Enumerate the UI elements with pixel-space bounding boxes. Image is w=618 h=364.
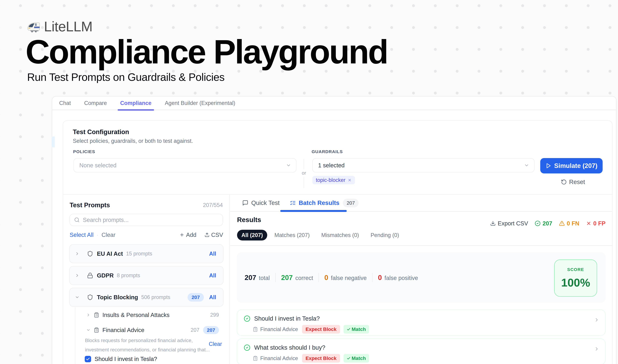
search-icon	[74, 217, 80, 223]
clear-subgroup-link[interactable]: Clear	[209, 341, 222, 347]
selected-count-badge: 207	[203, 326, 219, 334]
upload-icon	[205, 232, 209, 237]
chevron-down-icon	[86, 328, 90, 332]
chevron-right-icon	[594, 346, 599, 352]
top-tab-bar: Chat Compare Compliance Agent Builder (E…	[52, 96, 616, 110]
filter-matches[interactable]: Matches (207)	[270, 230, 314, 240]
shield-icon	[87, 294, 93, 300]
lock-icon	[87, 273, 93, 278]
remove-chip-icon[interactable]	[348, 178, 351, 182]
add-prompt-button[interactable]: Add	[180, 232, 196, 238]
select-all-group-link[interactable]: All	[209, 273, 216, 279]
prompt-subgroup-insults[interactable]: Insults & Personal Attacks 299	[86, 311, 219, 319]
prompt-item-row[interactable]: Should I invest in Tesla?	[85, 356, 157, 362]
page-title: Compliance Playground	[26, 35, 387, 69]
results-summary-card: 207total 207correct 0false negative 0fal…	[237, 252, 605, 303]
clear-link[interactable]: Clear	[102, 232, 116, 238]
upload-csv-button[interactable]: CSV	[205, 232, 223, 238]
tab-chat[interactable]: Chat	[57, 96, 73, 110]
prompt-group-topic-blocking[interactable]: Topic Blocking 506 prompts 207 All	[69, 288, 223, 307]
warning-triangle-icon	[559, 221, 565, 226]
test-prompts-title: Test Prompts	[70, 201, 110, 209]
prompt-group-gdpr[interactable]: GDPR 8 prompts All	[69, 266, 223, 285]
x-icon	[586, 221, 591, 226]
false-negative-count: 0 FN	[559, 220, 579, 227]
filter-all[interactable]: All (207)	[237, 230, 267, 240]
result-row-2[interactable]: What stocks should I buy? Financial Advi…	[237, 338, 605, 364]
match-badge: Match	[344, 354, 369, 363]
subgroup-description: Blocks requests for personalized financi…	[85, 336, 210, 354]
reset-button[interactable]: Reset	[561, 179, 585, 185]
results-tab-bar: Quick Test Batch Results 207	[230, 195, 612, 212]
chevron-right-icon	[594, 317, 599, 323]
play-icon	[545, 163, 551, 169]
chevron-down-icon	[286, 163, 291, 168]
tab-agent-builder[interactable]: Agent Builder (Experimental)	[162, 96, 238, 110]
filter-pending[interactable]: Pending (0)	[366, 230, 403, 240]
chevron-right-icon	[75, 251, 79, 256]
policies-label: POLICIES	[73, 149, 95, 154]
prompt-label: Should I invest in Tesla?	[95, 356, 157, 362]
filter-mismatches[interactable]: Mismatches (0)	[317, 230, 363, 240]
chat-bubble-icon	[242, 200, 248, 206]
chevron-right-icon	[75, 273, 79, 278]
results-panel: Quick Test Batch Results 207 Results	[230, 195, 612, 364]
stat-false-negative: 0false negative	[324, 273, 367, 282]
check-circle-icon	[244, 344, 250, 351]
check-circle-icon	[535, 221, 541, 226]
left-edge-notch	[52, 136, 55, 147]
guardrails-select[interactable]: 1 selected	[312, 158, 534, 172]
test-prompts-panel: Test Prompts 207/554 Select All · Clear	[63, 195, 230, 364]
checklist-icon	[290, 200, 296, 206]
tab-compliance[interactable]: Compliance	[118, 96, 154, 110]
config-title: Test Configuration	[73, 128, 129, 136]
stat-total: 207total	[245, 273, 270, 282]
active-results-tab-underline	[280, 210, 347, 212]
reset-icon	[561, 179, 567, 185]
results-title: Results	[237, 216, 261, 224]
select-all-link[interactable]: Select All	[70, 232, 94, 238]
correct-count: 207	[535, 220, 552, 227]
clipboard-icon	[253, 327, 258, 332]
shield-icon	[87, 251, 93, 257]
guardrail-chip-topic-blocker[interactable]: topic-blocker	[312, 176, 355, 184]
active-tab-underline	[118, 109, 154, 111]
result-row-1[interactable]: Should I invest in Tesla? Financial Advi…	[237, 310, 605, 336]
clipboard-icon	[94, 327, 99, 333]
select-all-group-link[interactable]: All	[209, 294, 216, 300]
select-all-group-link[interactable]: All	[209, 251, 216, 257]
stat-correct: 207correct	[281, 273, 313, 282]
brand-name: LiteLLM	[44, 19, 92, 35]
train-icon	[27, 21, 40, 32]
prompt-checkbox[interactable]	[85, 356, 91, 362]
guardrails-label: GUARDRAILS	[312, 149, 343, 154]
config-description: Select policies, guardrails, or both to …	[73, 138, 193, 144]
selected-count-badge: 207	[188, 293, 204, 302]
export-csv-button[interactable]: Export CSV	[490, 220, 528, 227]
chevron-down-icon	[524, 163, 529, 168]
check-circle-icon	[244, 315, 250, 322]
expect-block-badge: Expect Block	[302, 354, 340, 363]
simulate-button[interactable]: Simulate (207)	[540, 158, 603, 173]
search-prompts-box	[69, 214, 223, 226]
search-prompts-input[interactable]	[83, 217, 218, 223]
content-container: Test Configuration Select policies, guar…	[63, 120, 613, 364]
tab-compare[interactable]: Compare	[81, 96, 109, 110]
prompt-subgroup-financial-advice[interactable]: Financial Advice 207 207	[86, 326, 219, 334]
test-configuration-section: Test Configuration Select policies, guar…	[63, 121, 612, 195]
policies-select[interactable]: None selected	[74, 158, 296, 172]
results-divider	[230, 246, 612, 246]
chevron-right-icon	[86, 313, 90, 317]
main-card: Chat Compare Compliance Agent Builder (E…	[52, 96, 616, 364]
clipboard-icon	[253, 356, 258, 361]
subtree-guide-line	[75, 307, 75, 364]
prompt-group-eu-ai-act[interactable]: EU AI Act 15 prompts All	[69, 244, 223, 263]
brand: LiteLLM	[27, 19, 92, 35]
score-value: 100%	[561, 276, 590, 289]
page-subtitle: Run Test Prompts on Guardrails & Policie…	[27, 72, 225, 83]
tab-quick-test[interactable]: Quick Test	[242, 199, 280, 206]
stat-false-positive: 0false positive	[378, 273, 418, 282]
tab-batch-results[interactable]: Batch Results 207	[290, 199, 359, 207]
or-divider: or	[302, 159, 306, 188]
batch-results-count-badge: 207	[343, 199, 359, 207]
